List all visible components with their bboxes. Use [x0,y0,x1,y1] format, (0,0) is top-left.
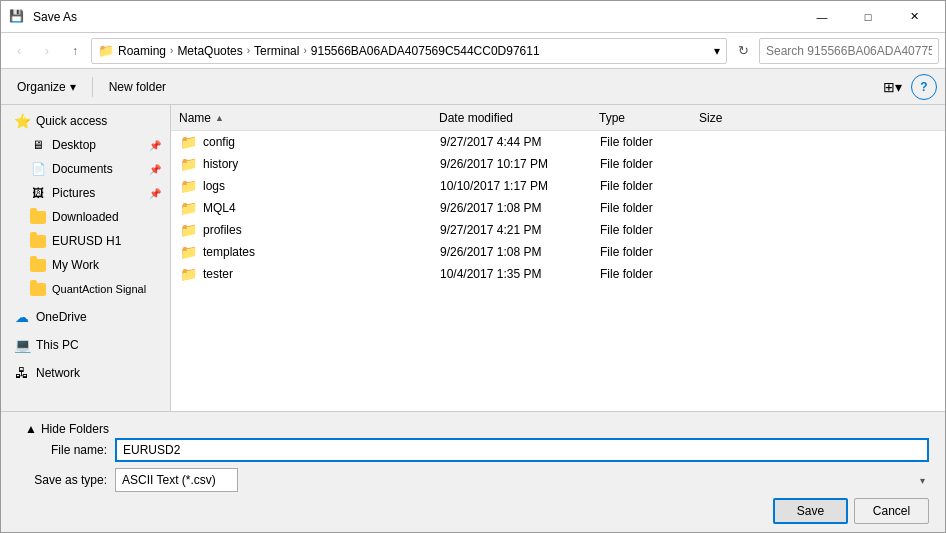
new-folder-button[interactable]: New folder [101,74,174,100]
file-name: history [203,157,238,171]
address-path[interactable]: 📁 Roaming › MetaQuotes › Terminal › 9155… [91,38,727,64]
folder-icon: 📁 [180,200,197,216]
help-button[interactable]: ? [911,74,937,100]
file-name-input[interactable] [115,438,929,462]
sidebar-desktop-label: Desktop [52,138,96,152]
maximize-button[interactable]: □ [845,1,891,33]
search-input[interactable] [759,38,939,64]
main-content: ⭐ Quick access 🖥 Desktop 📌 📄 Documents 📌… [1,105,945,411]
onedrive-section: ☁ OneDrive [1,305,170,329]
eurusd-folder-icon [30,233,46,249]
pin-icon: 📌 [149,140,161,151]
folder-icon: 📁 [180,244,197,260]
folder-icon: 📁 [180,266,197,282]
file-date: 9/27/2017 4:44 PM [440,135,600,149]
organize-button[interactable]: Organize ▾ [9,74,84,100]
minimize-button[interactable]: — [799,1,845,33]
table-row[interactable]: 📁 profiles 9/27/2017 4:21 PM File folder [171,219,945,241]
pictures-icon: 🖼 [30,185,46,201]
file-rows-container: 📁 config 9/27/2017 4:44 PM File folder 📁… [171,131,945,285]
sidebar-item-eurusd[interactable]: EURUSD H1 [1,229,170,253]
col-header-date[interactable]: Date modified [439,111,599,125]
file-name: logs [203,179,225,193]
back-button[interactable]: ‹ [7,39,31,63]
quick-access-label: Quick access [36,114,107,128]
sidebar-item-quantaction[interactable]: QuantAction Signal [1,277,170,301]
table-row[interactable]: 📁 tester 10/4/2017 1:35 PM File folder [171,263,945,285]
table-row[interactable]: 📁 MQL4 9/26/2017 1:08 PM File folder [171,197,945,219]
table-row[interactable]: 📁 templates 9/26/2017 1:08 PM File folde… [171,241,945,263]
sidebar-pictures-label: Pictures [52,186,95,200]
file-name: tester [203,267,233,281]
sidebar-item-documents[interactable]: 📄 Documents 📌 [1,157,170,181]
breadcrumb-id: 915566BA06ADA407569C544CC0D97611 [311,44,540,58]
save-button[interactable]: Save [773,498,848,524]
file-name-cell: 📁 MQL4 [180,200,440,216]
save-as-type-row: Save as type: ASCII Text (*.csv) ▾ [17,468,929,492]
up-button[interactable]: ↑ [63,39,87,63]
col-header-name[interactable]: Name ▲ [179,111,439,125]
sidebar: ⭐ Quick access 🖥 Desktop 📌 📄 Documents 📌… [1,105,171,411]
toolbar-right: ⊞ ▾ ? [877,74,937,100]
sidebar-item-pictures[interactable]: 🖼 Pictures 📌 [1,181,170,205]
pin-icon-docs: 📌 [149,164,161,175]
hide-folders-icon: ▲ [25,422,37,436]
window-icon: 💾 [9,9,25,25]
file-type: File folder [600,201,700,215]
sidebar-item-onedrive[interactable]: ☁ OneDrive [1,305,170,329]
file-type: File folder [600,245,700,259]
file-date: 9/27/2017 4:21 PM [440,223,600,237]
breadcrumb-metaquotes: MetaQuotes [177,44,242,58]
desktop-icon: 🖥 [30,137,46,153]
network-icon: 🖧 [14,365,30,381]
sidebar-item-desktop[interactable]: 🖥 Desktop 📌 [1,133,170,157]
mywork-folder-icon [30,257,46,273]
file-type: File folder [600,223,700,237]
toolbar: Organize ▾ New folder ⊞ ▾ ? [1,69,945,105]
bottom-panel: ▲ Hide Folders File name: Save as type: … [1,411,945,532]
save-as-type-select[interactable]: ASCII Text (*.csv) [115,468,238,492]
file-type: File folder [600,135,700,149]
view-options-button[interactable]: ⊞ ▾ [877,74,907,100]
breadcrumb-terminal: Terminal [254,44,299,58]
onedrive-icon: ☁ [14,309,30,325]
quantaction-folder-icon [30,281,46,297]
col-header-size[interactable]: Size [699,111,779,125]
thispc-section: 💻 This PC [1,333,170,357]
table-row[interactable]: 📁 logs 10/10/2017 1:17 PM File folder [171,175,945,197]
cancel-button[interactable]: Cancel [854,498,929,524]
new-folder-label: New folder [109,80,166,94]
window-title: Save As [33,10,77,24]
table-row[interactable]: 📁 config 9/27/2017 4:44 PM File folder [171,131,945,153]
sidebar-item-downloaded[interactable]: Downloaded [1,205,170,229]
sidebar-item-network[interactable]: 🖧 Network [1,361,170,385]
refresh-button[interactable]: ↻ [731,39,755,63]
file-date: 10/4/2017 1:35 PM [440,267,600,281]
file-name-cell: 📁 templates [180,244,440,260]
file-list-header: Name ▲ Date modified Type Size [171,105,945,131]
file-name: templates [203,245,255,259]
sidebar-item-mywork[interactable]: My Work [1,253,170,277]
sort-arrow: ▲ [215,113,224,123]
quick-access-icon: ⭐ [14,113,30,129]
file-date: 10/10/2017 1:17 PM [440,179,600,193]
close-button[interactable]: ✕ [891,1,937,33]
hide-folders-link[interactable]: ▲ Hide Folders [17,420,929,438]
downloaded-folder-icon [30,209,46,225]
quick-access-header[interactable]: ⭐ Quick access [1,109,170,133]
folder-icon: 📁 [180,178,197,194]
file-name-cell: 📁 profiles [180,222,440,238]
title-bar-left: 💾 Save As [9,9,77,25]
forward-button[interactable]: › [35,39,59,63]
table-row[interactable]: 📁 history 9/26/2017 10:17 PM File folder [171,153,945,175]
sidebar-item-thispc[interactable]: 💻 This PC [1,333,170,357]
sidebar-mywork-label: My Work [52,258,99,272]
file-name-label: File name: [17,443,107,457]
folder-icon-small: 📁 [98,43,114,58]
col-header-type[interactable]: Type [599,111,699,125]
view-arrow: ▾ [895,79,902,95]
file-type: File folder [600,267,700,281]
documents-icon: 📄 [30,161,46,177]
file-name: MQL4 [203,201,236,215]
sidebar-documents-label: Documents [52,162,113,176]
